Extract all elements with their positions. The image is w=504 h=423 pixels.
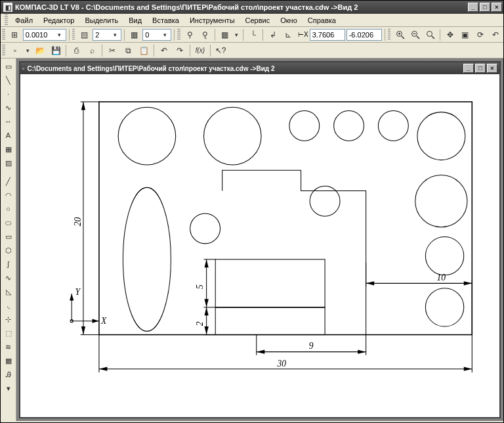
- axis-x-label: X: [100, 316, 107, 326]
- left-toolbar: ▭ ╲ · ∿ ↔ A ▦ ▨ ╱ ◠ ○ ⬭ ▭ ⬡ ∫ ∿ ◺ ◟ ⊹ ⬚ …: [1, 58, 16, 421]
- menu-view[interactable]: Вид: [124, 15, 146, 26]
- tool-hatch[interactable]: ▨: [2, 156, 15, 169]
- global-cs-button[interactable]: ⊾: [281, 28, 295, 42]
- layer2-input[interactable]: [145, 31, 161, 39]
- menu-insert[interactable]: Вставка: [148, 15, 184, 26]
- magnet-button[interactable]: ⚲: [183, 28, 197, 42]
- tool-text[interactable]: A: [2, 129, 15, 142]
- pointer-button[interactable]: ↖?: [213, 43, 228, 58]
- open-button[interactable]: 📂: [33, 43, 47, 58]
- print-button[interactable]: ⎙: [69, 43, 83, 58]
- circle-shape: [118, 107, 176, 165]
- refresh-button[interactable]: ⟳: [473, 28, 487, 42]
- step-input[interactable]: [26, 31, 56, 39]
- grid-snap-button[interactable]: ⊞: [8, 28, 22, 42]
- layer-input[interactable]: [95, 31, 111, 39]
- toolbar1-grip2[interactable]: [72, 29, 75, 41]
- doc-minimize-button[interactable]: _: [463, 64, 474, 73]
- menubar-grip[interactable]: [5, 14, 8, 26]
- zoom-out-button[interactable]: [408, 28, 422, 42]
- tool-dim[interactable]: ↔: [2, 115, 15, 128]
- maximize-button[interactable]: □: [480, 3, 490, 12]
- layers2-button[interactable]: ▦: [127, 28, 141, 42]
- tool-table[interactable]: ▦: [2, 143, 15, 156]
- tool-arc[interactable]: ◠: [2, 189, 15, 202]
- tool-equid[interactable]: ≋: [2, 340, 15, 353]
- local-cs-button[interactable]: ↲: [266, 28, 280, 42]
- zoom-in-button[interactable]: [393, 28, 407, 42]
- menu-edit[interactable]: Редактор: [39, 15, 79, 26]
- circle-shape: [334, 111, 364, 141]
- step-dropdown-icon[interactable]: ▾: [56, 32, 64, 38]
- redo-button[interactable]: ↷: [173, 43, 187, 58]
- layer-field[interactable]: ▾: [93, 29, 121, 41]
- tool-nurbs[interactable]: ∿: [2, 271, 15, 284]
- new-button[interactable]: ▫: [8, 43, 22, 58]
- circle-shape: [425, 236, 463, 275]
- preview-button[interactable]: ⌕: [85, 43, 99, 58]
- menu-select[interactable]: Выделить: [80, 15, 123, 26]
- drawing-canvas[interactable]: 30 9: [20, 74, 499, 417]
- toolbar1-grip[interactable]: [2, 29, 5, 41]
- toolbar2-grip[interactable]: [2, 45, 5, 56]
- magnet-settings-button[interactable]: ⚲̣: [198, 28, 212, 42]
- tool-contour[interactable]: ⬚: [2, 326, 15, 340]
- ortho-button[interactable]: └: [246, 28, 260, 42]
- tool-fillet[interactable]: ◟: [2, 299, 15, 312]
- coord-y-field[interactable]: [346, 29, 382, 41]
- step-field[interactable]: ▾: [23, 29, 66, 41]
- zoom-prev-button[interactable]: ↶: [488, 28, 502, 42]
- coord-y-input[interactable]: [349, 31, 379, 39]
- zoom-window-button[interactable]: [423, 28, 437, 42]
- tool-seg[interactable]: ╱: [2, 175, 15, 188]
- tool-spline[interactable]: ∿: [2, 101, 15, 114]
- undo-button[interactable]: ↶: [157, 43, 171, 58]
- menu-service[interactable]: Сервис: [241, 15, 275, 26]
- tool-hatch2[interactable]: ▩: [2, 354, 15, 367]
- layer-dropdown-icon[interactable]: ▾: [111, 32, 119, 38]
- toolbar1-grip3[interactable]: [177, 29, 180, 41]
- toolbar1-grip4[interactable]: [388, 29, 391, 41]
- tool-axis[interactable]: ⊹: [2, 313, 15, 326]
- svg-marker-13: [464, 367, 472, 371]
- coord-x-field[interactable]: [310, 29, 345, 41]
- plot-boundary: [99, 102, 472, 335]
- svg-marker-41: [70, 294, 74, 300]
- close-button[interactable]: ×: [492, 3, 502, 12]
- layer2-field[interactable]: ▾: [142, 29, 171, 41]
- menu-window[interactable]: Окно: [276, 15, 302, 26]
- menu-tools[interactable]: Инструменты: [185, 15, 240, 26]
- tool-bezier[interactable]: ∫: [2, 257, 15, 271]
- fx-button[interactable]: f(x): [193, 43, 207, 58]
- grid-button[interactable]: ▦: [218, 28, 232, 42]
- minimize-button[interactable]: _: [468, 3, 478, 12]
- svg-point-7: [427, 31, 432, 36]
- menu-help[interactable]: Справка: [303, 15, 341, 26]
- tool-more[interactable]: ▾: [2, 382, 15, 395]
- cut-button[interactable]: ✂: [105, 43, 119, 58]
- copy-button[interactable]: ⧉: [121, 43, 135, 58]
- pan-button[interactable]: ✥: [443, 28, 457, 42]
- coord-x-input[interactable]: [312, 31, 343, 39]
- menu-file[interactable]: Файл: [10, 15, 37, 26]
- doc-maximize-button[interactable]: □: [475, 64, 486, 73]
- layer2-dropdown-icon[interactable]: ▾: [161, 32, 169, 38]
- layers-button[interactable]: ▤: [77, 28, 91, 42]
- save-button[interactable]: 💾: [49, 43, 63, 58]
- dim-30-label: 30: [277, 359, 287, 368]
- paste-button[interactable]: 📋: [136, 43, 151, 58]
- new-dd-icon[interactable]: ▾: [24, 47, 32, 54]
- tool-chamfer[interactable]: ◺: [2, 285, 15, 298]
- tool-ellipse[interactable]: ⬭: [2, 216, 15, 229]
- toolbar-top-2: ▫ ▾ 📂 💾 ⎙ ⌕ ✂ ⧉ 📋 ↶ ↷ f(x) ↖?: [1, 43, 503, 58]
- tool-font[interactable]: Ꭿ: [2, 368, 15, 381]
- tool-point[interactable]: ·: [2, 87, 15, 100]
- tool-line[interactable]: ╲: [2, 74, 15, 87]
- doc-close-button[interactable]: ×: [487, 64, 497, 73]
- tool-rect[interactable]: ▭: [2, 230, 15, 243]
- zoom-fit-button[interactable]: ▣: [458, 28, 472, 42]
- tool-select[interactable]: ▭: [2, 60, 15, 73]
- tool-circle[interactable]: ○: [2, 202, 15, 215]
- tool-poly[interactable]: ⬡: [2, 244, 15, 257]
- grid-dd-icon[interactable]: ▾: [233, 32, 240, 38]
